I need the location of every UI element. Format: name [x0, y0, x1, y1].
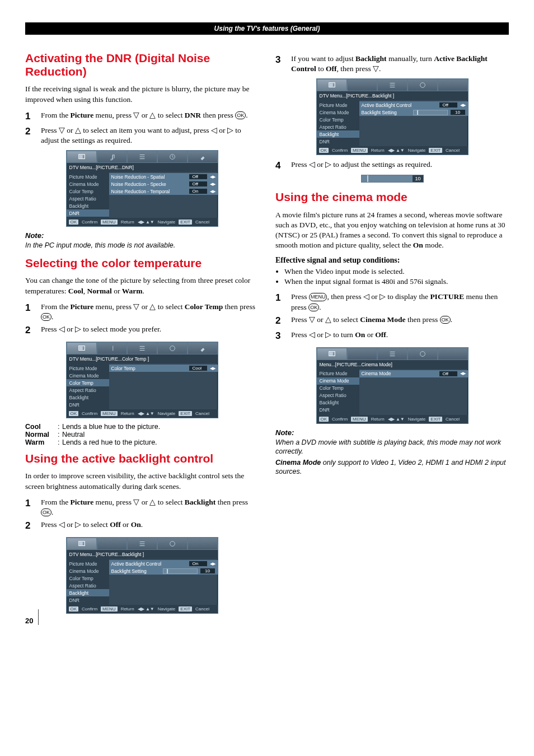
t: Press ▽ or △ to select an item you want … [41, 125, 259, 146]
t: ◀▶ ▲▼ [138, 411, 154, 416]
t: menu, press ▽ or △ to select [93, 498, 185, 506]
t: Normal [87, 287, 112, 295]
t: ◀▶ ▲▼ [388, 148, 405, 153]
t: Backlight [355, 54, 387, 63]
crumb: Menu...[PICTURE...Cinema Mode] [317, 360, 468, 369]
menu-icon: MENU [309, 293, 327, 301]
key: OK [319, 417, 329, 422]
v: Lends a blue hue to the picture. [62, 423, 160, 431]
t: A movie film's picture runs at 24 frames… [275, 211, 505, 250]
val: Off [439, 102, 458, 108]
t: On [355, 330, 365, 339]
side-item: Cinema Mode [317, 109, 359, 116]
bl-step1: 1 From the Picture menu, press ▽ or △ to… [25, 497, 259, 517]
key: MENU [351, 148, 368, 153]
side-item: Color Temp [67, 379, 109, 386]
t: On [413, 241, 423, 249]
t: PICTURE [430, 292, 464, 301]
dnr-title: Activating the DNR (Digital Noise Reduct… [25, 52, 259, 78]
t: then press [406, 315, 440, 324]
ok-icon: OK [41, 508, 51, 516]
tab-clock-icon [407, 348, 438, 360]
t: Navigate [408, 417, 426, 422]
t: Backlight [185, 498, 216, 506]
t: mode. [423, 241, 444, 249]
t: Navigate [408, 148, 426, 153]
lbl: Noise Reduction - Temporal [111, 189, 186, 194]
menu-color: DTV Menu...[PICTURE...Color Temp ] Pictu… [66, 342, 218, 418]
t: Cinema Mode [360, 315, 405, 324]
header-bar: Using the TV's features (General) [25, 22, 509, 35]
side-item: Color Temp [67, 575, 109, 582]
bl-step4: 4 Press ◁ or ▷ to adjust the settings as… [275, 160, 509, 172]
backlight-intro: In order to improve screen visibility, t… [25, 471, 259, 491]
t: Return [371, 148, 385, 153]
cin-step2: 2 Press ▽ or △ to select Cinema Mode the… [275, 315, 509, 328]
menu-row: Color TempCool◀▶ [109, 365, 218, 372]
v: Lends a red hue to the picture. [62, 438, 157, 446]
val: 10 [413, 175, 423, 182]
t: Off [326, 64, 337, 73]
t: , then press ▽. [337, 64, 381, 73]
slider [163, 568, 198, 574]
t: Return [121, 411, 134, 416]
t: Return [371, 417, 385, 422]
t: menu, press ▽ or △ to select [93, 111, 185, 119]
tab-list-icon [127, 538, 157, 550]
crumb: DTV Menu...[PICTURE...Backlight ] [67, 550, 218, 559]
menu-row: Backlight Setting10 [359, 109, 468, 116]
key: MENU [351, 417, 368, 422]
lbl: Cinema Mode [362, 371, 437, 376]
tab-setup-icon [188, 538, 218, 550]
t: Cancel [195, 606, 209, 612]
color-step2: 2 Press ◁ or ▷ to select mode you prefer… [25, 324, 259, 337]
t: . [386, 330, 388, 339]
tab-list-icon [127, 342, 157, 354]
k: Warm [25, 438, 58, 446]
t: Confirm [332, 417, 348, 422]
side-item: Aspect Ratio [67, 386, 109, 394]
lbl: Active Backlight Control [111, 561, 186, 567]
ok-icon: OK [41, 313, 51, 321]
dnr-intro: If the receiving signal is weak and the … [25, 84, 259, 104]
bl-step2: 2 Press ◁ or ▷ to select Off or On. [25, 520, 259, 533]
t: DNR [185, 111, 201, 119]
tab-audio-icon [347, 348, 377, 360]
menu-row: Noise Reduction - SpatialOff◀▶ [109, 173, 218, 180]
cinema-title: Using the cinema mode [275, 190, 509, 204]
t: From the [41, 111, 71, 119]
menu-footer: OKConfirm MENUReturn ◀▶ ▲▼Navigate EXITC… [67, 605, 218, 613]
side-item: DNR [67, 401, 109, 408]
key: EXIT [429, 417, 442, 422]
note1: When a DVD movie with subtitle is playin… [275, 438, 509, 456]
side-item: DNR [67, 209, 109, 217]
side-item: Aspect Ratio [67, 195, 109, 202]
tab-setup-icon [438, 348, 468, 360]
t: Navigate [158, 411, 176, 416]
tab-picture-icon [67, 538, 97, 550]
side-item: Picture Mode [317, 370, 359, 377]
key: OK [69, 606, 79, 612]
t: manually, turn [387, 54, 434, 63]
tab-list-icon [377, 348, 407, 360]
svg-point-11 [420, 83, 425, 88]
menu-row: Backlight Setting10 [109, 567, 218, 575]
t: , [83, 287, 87, 295]
svg-point-14 [420, 351, 425, 356]
svg-point-8 [170, 542, 175, 547]
side-item: Cinema Mode [317, 377, 359, 385]
val: Off [189, 174, 208, 180]
page-number: 20 [25, 617, 33, 625]
t: If you want to adjust [291, 54, 355, 63]
menu-backlight-on: DTV Menu...[PICTURE...Backlight ] Pictur… [66, 537, 218, 614]
menu-footer: OKConfirm MENUReturn ◀▶ ▲▼Navigate EXITC… [67, 409, 218, 418]
lbl: Color Temp [111, 366, 186, 371]
val: Off [189, 181, 208, 187]
lbl: Noise Reduction - Specke [111, 181, 186, 187]
key: EXIT [179, 411, 192, 416]
side-item: Color Temp [317, 116, 359, 123]
key: OK [69, 220, 79, 225]
t: Picture [71, 498, 94, 506]
t: Off [375, 330, 386, 339]
val: 10 [450, 109, 466, 115]
